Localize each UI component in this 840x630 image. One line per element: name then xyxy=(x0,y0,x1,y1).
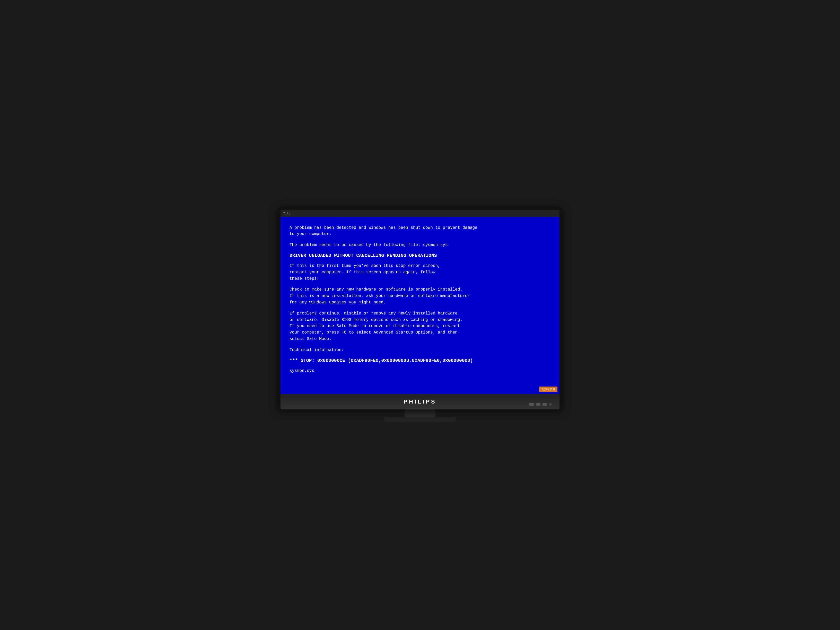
bsod-technical-label: Technical information: xyxy=(289,348,344,352)
bsod-check-hardware-block: Check to make sure any new hardware or s… xyxy=(289,286,551,305)
watermark-text: 飞沙系统网 xyxy=(541,388,555,391)
monitor: 21EL A problem has been detected and win… xyxy=(278,208,562,410)
bsod-check-hardware-text: Check to make sure any new hardware or s… xyxy=(289,287,470,305)
bsod-error-code-text: DRIVER_UNLOADED_WITHOUT_CANCELLING_PENDI… xyxy=(289,253,437,258)
bsod-intro-block: A problem has been detected and windows … xyxy=(289,225,551,238)
bsod-first-time-block: If this is the first time you've seen th… xyxy=(289,263,551,282)
bsod-stop-code: *** STOP: 0x000000CE (0xADF90FE0,0x00000… xyxy=(289,358,473,363)
bsod-stop-block: *** STOP: 0x000000CE (0xADF90FE0,0x00000… xyxy=(289,358,551,363)
bsod-continue-block: If problems continue, disable or remove … xyxy=(289,310,551,342)
monitor-stand-base xyxy=(384,417,456,422)
bsod-first-time-text: If this is the first time you've seen th… xyxy=(289,264,441,281)
monitor-bezel-bottom: PHILIPS xyxy=(281,394,559,409)
monitor-top-bar: 21EL xyxy=(281,210,559,217)
monitor-btn-3[interactable] xyxy=(543,403,547,406)
bsod-cause-text: The problem seems to be caused by the fo… xyxy=(289,243,448,247)
bsod-error-code-block: DRIVER_UNLOADED_WITHOUT_CANCELLING_PENDI… xyxy=(289,253,551,258)
bsod-screen: A problem has been detected and windows … xyxy=(281,217,559,394)
monitor-model-label: 21EL xyxy=(283,212,291,215)
bsod-driver-block: sysmon.sys xyxy=(289,368,551,374)
monitor-brand-label: PHILIPS xyxy=(404,398,436,405)
monitor-power-btn[interactable] xyxy=(549,403,552,406)
bsod-continue-text: If problems continue, disable or remove … xyxy=(289,311,463,341)
monitor-btn-1[interactable] xyxy=(529,403,534,406)
monitor-stand-neck xyxy=(404,409,436,417)
bsod-technical-block: Technical information: xyxy=(289,347,551,353)
monitor-controls xyxy=(529,403,552,406)
bsod-driver-file: sysmon.sys xyxy=(289,368,314,373)
watermark: 飞沙系统网 xyxy=(539,387,557,392)
monitor-btn-2[interactable] xyxy=(536,403,540,406)
bsod-intro-text: A problem has been detected and windows … xyxy=(289,226,477,237)
bsod-cause-block: The problem seems to be caused by the fo… xyxy=(289,242,551,248)
